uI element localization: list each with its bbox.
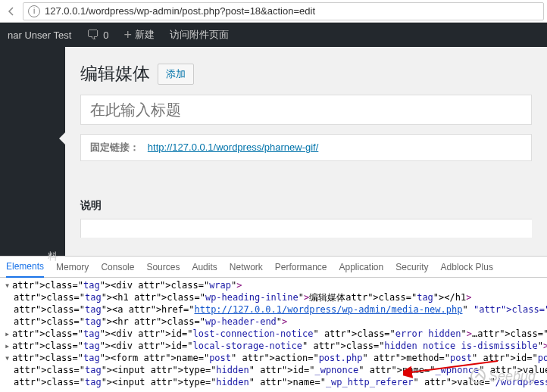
devtools-tab-security[interactable]: Security — [395, 257, 428, 277]
view-attachment-link[interactable]: 访问附件页面 — [162, 23, 236, 47]
devtools-panel: ElementsMemoryConsoleSourcesAuditsNetwor… — [0, 256, 547, 392]
description-label: 说明 — [80, 199, 532, 213]
nav-back-icon[interactable] — [3, 3, 20, 20]
comments-link[interactable]: 🗨 0 — [79, 23, 116, 47]
dom-line[interactable]: ▾attr">class="tag"><div attr">class="wra… — [5, 279, 542, 291]
devtools-tab-network[interactable]: Network — [230, 257, 263, 277]
plus-icon: + — [124, 27, 133, 43]
description-textarea[interactable] — [80, 219, 532, 238]
devtools-tab-application[interactable]: Application — [339, 257, 384, 277]
dom-line[interactable]: ▸attr">class="tag"><div attr">id="lost-c… — [5, 328, 542, 340]
permalink-label: 固定链接： — [90, 142, 139, 153]
permalink-row: 固定链接： http://127.0.0.1/wordpress/pharnew… — [80, 134, 532, 161]
devtools-tab-performance[interactable]: Performance — [275, 257, 327, 277]
permalink-link[interactable]: http://127.0.0.1/wordpress/pharnew-gif/ — [148, 142, 318, 153]
elements-tree[interactable]: ▾attr">class="tag"><div attr">class="wra… — [0, 278, 547, 390]
sidebar-item[interactable]: 料 — [40, 244, 65, 269]
devtools-tab-console[interactable]: Console — [101, 257, 134, 277]
dom-line[interactable]: ▸attr">class="tag"><div attr">id="local-… — [5, 340, 542, 352]
site-link[interactable]: nar Unser Test — [0, 23, 79, 47]
content-area: 编辑媒体 添加 固定链接： http://127.0.0.1/wordpress… — [65, 47, 547, 256]
url-input[interactable]: i 127.0.0.1/wordpress/wp-admin/post.php?… — [23, 2, 544, 20]
watermark: Seebug — [470, 369, 536, 384]
url-text: 127.0.0.1/wordpress/wp-admin/post.php?po… — [45, 5, 315, 17]
add-button[interactable]: 添加 — [158, 64, 194, 85]
dom-line[interactable]: attr">class="tag"><hr attr">class="wp-he… — [5, 316, 542, 328]
comment-icon: 🗨 — [86, 27, 100, 43]
page-title: 编辑媒体 — [80, 62, 150, 86]
devtools-tab-sources[interactable]: Sources — [146, 257, 180, 277]
active-menu-arrow — [59, 132, 65, 145]
watermark-icon — [470, 369, 486, 384]
dom-line[interactable]: attr">class="tag"><a attr">href="http://… — [5, 303, 542, 316]
dom-line[interactable]: attr">class="tag"><h1 attr">class="wp-he… — [5, 291, 542, 303]
devtools-tab-adblock plus[interactable]: Adblock Plus — [441, 257, 493, 277]
wp-main-area: 料 编辑媒体 添加 固定链接： http://127.0.0.1/wordpre… — [0, 47, 547, 256]
devtools-tabs: ElementsMemoryConsoleSourcesAuditsNetwor… — [0, 257, 547, 278]
devtools-tab-elements[interactable]: Elements — [6, 257, 44, 278]
new-content-link[interactable]: + 新建 — [117, 23, 163, 47]
info-icon[interactable]: i — [28, 5, 40, 17]
wp-admin-bar: nar Unser Test 🗨 0 + 新建 访问附件页面 — [0, 23, 547, 47]
devtools-tab-audits[interactable]: Audits — [192, 257, 217, 277]
title-input[interactable] — [80, 95, 532, 125]
admin-sidebar: 料 — [0, 47, 65, 256]
browser-address-bar: i 127.0.0.1/wordpress/wp-admin/post.php?… — [0, 0, 547, 23]
